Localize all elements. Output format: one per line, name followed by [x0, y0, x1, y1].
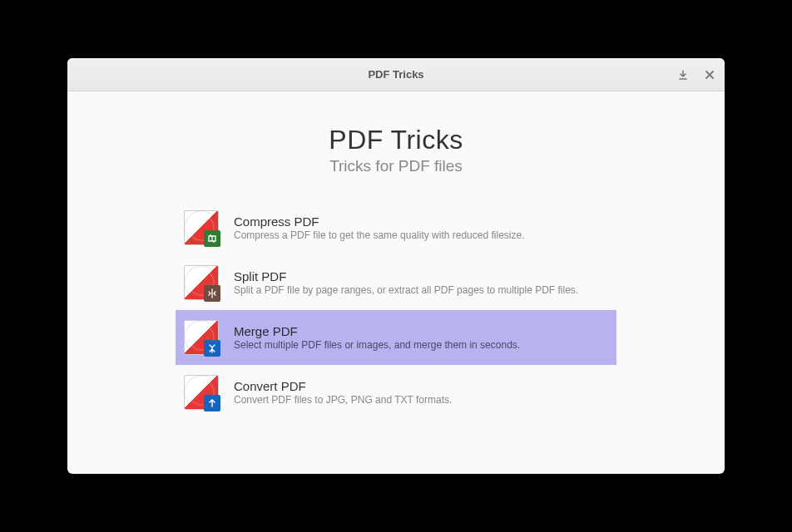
- option-text: Split PDF Split a PDF file by page range…: [234, 269, 608, 296]
- split-pdf-icon: [184, 265, 219, 300]
- convert-pdf-icon: [184, 375, 219, 410]
- compress-pdf-icon: [184, 210, 219, 245]
- option-title: Compress PDF: [234, 214, 608, 229]
- content-area: PDF Tricks Tricks for PDF files Compress…: [67, 91, 725, 474]
- option-desc: Split a PDF file by page ranges, or extr…: [234, 284, 608, 296]
- minimize-button[interactable]: [675, 66, 691, 83]
- titlebar-controls: [675, 66, 718, 83]
- option-split[interactable]: Split PDF Split a PDF file by page range…: [176, 255, 616, 310]
- option-title: Split PDF: [234, 269, 608, 283]
- download-icon: [677, 69, 689, 81]
- option-desc: Compress a PDF file to get the same qual…: [234, 229, 608, 241]
- window-title: PDF Tricks: [67, 68, 725, 81]
- option-desc: Select multiple PDF files or images, and…: [234, 339, 608, 351]
- option-merge[interactable]: Merge PDF Select multiple PDF files or i…: [176, 310, 616, 365]
- option-text: Merge PDF Select multiple PDF files or i…: [234, 324, 608, 351]
- option-compress[interactable]: Compress PDF Compress a PDF file to get …: [176, 200, 616, 255]
- option-title: Convert PDF: [234, 379, 608, 393]
- close-button[interactable]: [701, 66, 718, 83]
- close-icon: [705, 70, 715, 80]
- option-text: Compress PDF Compress a PDF file to get …: [234, 214, 608, 241]
- option-desc: Convert PDF files to JPG, PNG and TXT fo…: [234, 394, 608, 406]
- app-window: PDF Tricks PDF Tricks Tricks for PDF fil…: [67, 58, 725, 474]
- option-convert[interactable]: Convert PDF Convert PDF files to JPG, PN…: [176, 365, 616, 420]
- hero-title: PDF Tricks: [67, 125, 725, 155]
- hero: PDF Tricks Tricks for PDF files: [67, 125, 725, 175]
- options-list: Compress PDF Compress a PDF file to get …: [176, 200, 616, 420]
- option-title: Merge PDF: [234, 324, 608, 338]
- hero-subtitle: Tricks for PDF files: [67, 157, 725, 175]
- titlebar: PDF Tricks: [67, 58, 725, 91]
- option-text: Convert PDF Convert PDF files to JPG, PN…: [234, 379, 608, 406]
- merge-pdf-icon: [184, 320, 219, 355]
